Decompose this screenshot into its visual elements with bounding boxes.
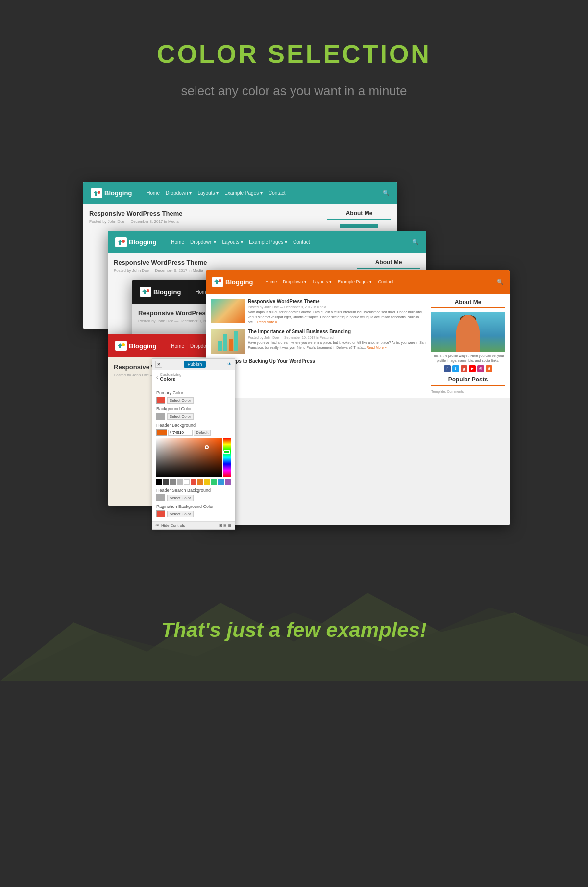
svg-point-0: [98, 191, 100, 194]
customizer-breadcrumb: ‹ Customizing Colors: [152, 370, 235, 384]
hide-controls-label[interactable]: Hide Controls: [161, 523, 185, 528]
hide-controls-bar: 👁 Hide Controls ⊞ ⊟ ▦: [152, 521, 235, 529]
swatch-yellow[interactable]: [204, 479, 210, 485]
bg-color-label: Background Color: [156, 406, 231, 411]
swatch-orange[interactable]: [197, 479, 203, 485]
page-subtitle: select any color as you want in a minute: [10, 83, 578, 99]
screenshot-stack: Blogging Home Dropdown ▾ Layouts ▾ Examp…: [74, 172, 514, 564]
read-more-2[interactable]: Read More »: [367, 346, 386, 349]
article-row-1: Responsive WordPress Theme Posted by Joh…: [211, 299, 426, 324]
header-bg-swatch[interactable]: [156, 429, 167, 436]
popular-posts-subtitle: Template: Comments: [431, 390, 505, 393]
card-sidebar-1: About Me: [327, 210, 391, 229]
nav-bar-2: Blogging Home Dropdown ▾ Layouts ▾ Examp…: [108, 231, 426, 253]
pagination-bg-label: Pagination Background Color: [156, 504, 231, 509]
header-bg-hex-row: Default: [156, 429, 231, 436]
rss-icon[interactable]: ◉: [486, 365, 492, 372]
hue-selector[interactable]: [223, 450, 230, 454]
preview-icon[interactable]: 👁: [227, 362, 232, 367]
back-button[interactable]: ‹: [156, 375, 158, 380]
header-search-bg-label: Header Search Background: [156, 488, 231, 493]
page-title: COLOR SELECTION: [10, 39, 578, 69]
swatch-dark[interactable]: [163, 479, 169, 485]
color-swatches-palette: [156, 479, 231, 485]
article-body-2: Have you ever had a dream where you were…: [248, 340, 426, 350]
screenshots-area: Blogging Home Dropdown ▾ Layouts ▾ Examp…: [0, 148, 588, 589]
post-title-1: Responsive WordPress Theme: [89, 210, 321, 217]
swatch-black[interactable]: [156, 479, 162, 485]
customizer-close-button[interactable]: ✕: [155, 361, 162, 368]
article-thumb-2: [211, 329, 245, 354]
swatch-green[interactable]: [211, 479, 217, 485]
swatch-white[interactable]: [184, 479, 190, 485]
customizer-section-label: Customizing: [160, 372, 181, 377]
article-meta-1: Posted by John Doe — December 9, 2017 in…: [248, 305, 426, 309]
primary-color-btn[interactable]: Select Color: [167, 397, 194, 404]
swatch-red[interactable]: [191, 479, 196, 485]
article-text-1: Responsive WordPress Theme Posted by Joh…: [248, 299, 426, 324]
article-title-3: Simple Steps to Backing Up Your WordPres…: [211, 358, 426, 364]
header-search-swatch[interactable]: [156, 494, 165, 501]
card-5-content: Responsive WordPress Theme Posted by Joh…: [206, 294, 510, 398]
color-selector-dot[interactable]: [205, 445, 209, 449]
bg-color-swatch[interactable]: [156, 413, 165, 420]
googleplus-icon[interactable]: g: [461, 365, 467, 372]
logo-text-2: Blogging: [129, 238, 156, 246]
instagram-icon[interactable]: ◎: [477, 365, 484, 372]
pagination-btn[interactable]: Select Color: [167, 511, 194, 517]
nav-items-1: Home Dropdown ▾ Layouts ▾ Example Pages …: [147, 190, 285, 196]
header-section: COLOR SELECTION select any color as you …: [0, 0, 588, 148]
nav-items-2: Home Dropdown ▾ Layouts ▾ Example Pages …: [171, 239, 310, 245]
logo-icon-5: [212, 277, 223, 287]
popular-posts-widget: Popular Posts Template: Comments: [431, 376, 505, 393]
profile-bio: This is the profile widget. Here you can…: [431, 354, 505, 363]
logo-3: Blogging: [140, 287, 181, 297]
logo-text-4: Blogging: [129, 342, 156, 350]
article-thumb-1: [211, 299, 245, 323]
customizer-panel: ✕ Publish 👁 ‹ Customizing Colors Primary…: [152, 358, 235, 530]
bottom-section: That's just a few examples!: [0, 589, 588, 681]
logo-1: Blogging: [91, 188, 132, 198]
svg-point-2: [147, 289, 149, 292]
swatch-purple[interactable]: [225, 479, 231, 485]
facebook-icon[interactable]: f: [444, 365, 451, 372]
color-gradient-picker[interactable]: [156, 438, 231, 477]
swatch-gray[interactable]: [170, 479, 176, 485]
primary-color-swatch[interactable]: [156, 397, 165, 404]
header-search-btn[interactable]: Select Color: [167, 495, 194, 501]
primary-color-label: Primary Color: [156, 390, 231, 395]
primary-color-row: Select Color: [156, 397, 231, 404]
article-title-1: Responsive WordPress Theme: [248, 299, 426, 304]
widget-about-me-2: About Me: [357, 259, 420, 269]
nav-bar-5: Blogging Home Dropdown ▾ Layouts ▾ Examp…: [206, 270, 510, 294]
logo-text-5: Blogging: [225, 279, 253, 286]
page-wrapper: COLOR SELECTION select any color as you …: [0, 0, 588, 681]
widget-about-me-1: About Me: [327, 210, 391, 220]
logo-icon-3: [140, 287, 151, 297]
nav-bar-1: Blogging Home Dropdown ▾ Layouts ▾ Examp…: [83, 182, 397, 204]
profile-silhouette: [456, 315, 480, 352]
twitter-icon[interactable]: t: [452, 365, 459, 372]
card-5-sidebar: About Me This is the profile widget. Her…: [431, 299, 505, 393]
article-text-2: The Importance of Small Business Brandin…: [248, 329, 426, 354]
publish-button[interactable]: Publish: [184, 361, 206, 368]
pagination-swatch[interactable]: [156, 510, 165, 517]
logo-icon-2: [115, 237, 127, 247]
search-icon-1: 🔍: [383, 190, 390, 196]
logo-2: Blogging: [115, 237, 156, 247]
profile-image: [431, 312, 505, 352]
read-more-1[interactable]: Read More »: [257, 320, 277, 324]
post-title-2: Responsive WordPress Theme: [114, 259, 351, 266]
swatch-blue[interactable]: [218, 479, 224, 485]
article-title-2: The Importance of Small Business Brandin…: [248, 329, 426, 334]
logo-icon-1: [91, 188, 102, 198]
header-bg-default-btn[interactable]: Default: [194, 430, 211, 436]
bg-color-btn[interactable]: Select Color: [167, 413, 194, 420]
publish-bar: ✕ Publish 👁: [152, 359, 235, 370]
search-icon-2: 🔍: [412, 239, 419, 245]
youtube-icon[interactable]: ▶: [469, 365, 476, 372]
hide-controls-icon: 👁: [155, 523, 159, 528]
controls-icons: ⊞ ⊟ ▦: [219, 523, 232, 528]
header-bg-hex-input[interactable]: [168, 430, 193, 436]
swatch-light[interactable]: [177, 479, 183, 485]
